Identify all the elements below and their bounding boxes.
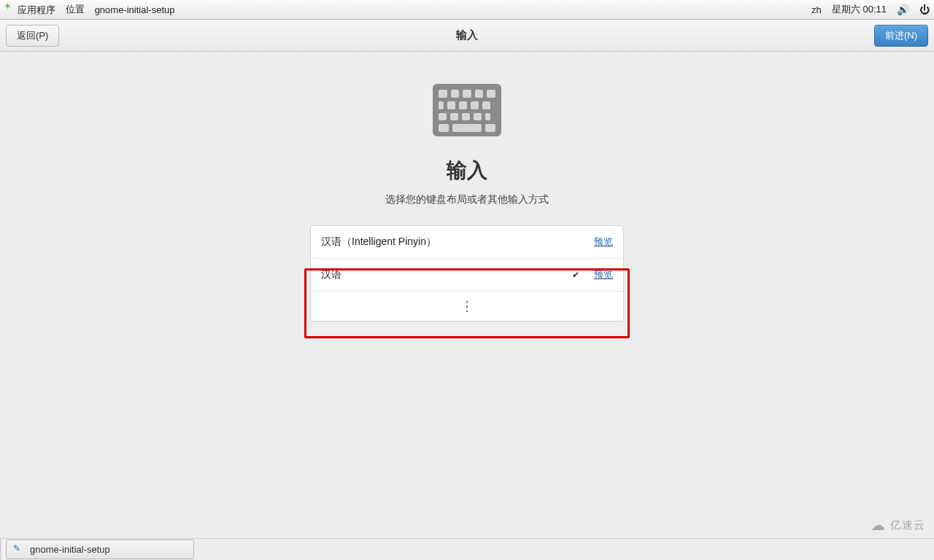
header-bar: 返回(P) 输入 前进(N) <box>0 20 934 52</box>
taskbar: gnome-initial-setup <box>0 538 934 560</box>
cloud-icon: ☁ <box>871 516 886 534</box>
places-menu[interactable]: 位置 <box>66 3 85 16</box>
clock[interactable]: 星期六 00:11 <box>832 3 887 16</box>
keyboard-icon <box>433 84 501 136</box>
focused-app-name[interactable]: gnome-initial-setup <box>95 4 175 15</box>
next-button[interactable]: 前进(N) <box>874 25 928 47</box>
page-title: 输入 <box>447 157 487 184</box>
preview-link[interactable]: 预览 <box>594 268 613 281</box>
input-source-row[interactable]: 汉语（Intelligent Pinyin） 预览 <box>311 226 623 259</box>
taskbar-window-label: gnome-initial-setup <box>30 544 110 555</box>
preview-link[interactable]: 预览 <box>594 236 613 249</box>
checkmark-icon: ✔ <box>572 270 579 280</box>
page-subtitle: 选择您的键盘布局或者其他输入方式 <box>385 193 549 206</box>
input-source-list: 汉语（Intelligent Pinyin） 预览 汉语 ✔ 预览 ⋮ <box>310 225 624 322</box>
activities-menu[interactable]: 应用程序 <box>4 3 55 17</box>
show-more-button[interactable]: ⋮ <box>311 292 623 321</box>
input-source-label: 汉语 <box>321 268 572 281</box>
watermark: ☁ 亿速云 <box>871 516 925 534</box>
power-icon[interactable]: ⏻ <box>919 4 930 15</box>
ellipsis-icon: ⋮ <box>460 298 474 314</box>
header-title: 输入 <box>59 28 874 42</box>
back-button[interactable]: 返回(P) <box>6 25 59 47</box>
watermark-text: 亿速云 <box>890 518 925 532</box>
top-panel: 应用程序 位置 gnome-initial-setup zh 星期六 00:11… <box>0 0 934 20</box>
back-button-label: 返回(P) <box>17 29 48 42</box>
app-icon <box>14 545 24 555</box>
taskbar-window-button[interactable]: gnome-initial-setup <box>6 540 194 559</box>
applications-label: 应用程序 <box>18 4 55 15</box>
main-content: 输入 选择您的键盘布局或者其他输入方式 汉语（Intelligent Pinyi… <box>0 52 934 538</box>
taskbar-handle[interactable] <box>0 540 4 560</box>
volume-icon[interactable]: 🔊 <box>897 4 909 15</box>
input-source-row[interactable]: 汉语 ✔ 预览 <box>311 259 623 292</box>
activities-icon <box>4 3 15 13</box>
input-method-indicator[interactable]: zh <box>811 4 822 15</box>
input-source-label: 汉语（Intelligent Pinyin） <box>321 236 594 249</box>
next-button-label: 前进(N) <box>885 29 917 42</box>
